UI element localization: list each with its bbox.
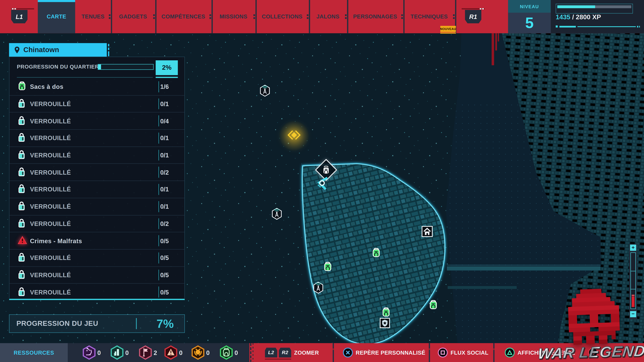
item-label: VERROUILLÉ — [30, 135, 71, 142]
home-base-icon[interactable] — [422, 226, 433, 237]
custom-marker-label: REPÈRE PERSONNALISÉ — [356, 350, 425, 356]
list-item: VERROUILLÉ 0/5 — [10, 249, 184, 266]
xp-divider: / — [572, 13, 574, 21]
backpack-icon — [18, 81, 26, 92]
item-count: 0/1 — [151, 203, 169, 210]
resources-label: RESSOURCES — [0, 343, 68, 362]
lock-icon — [18, 115, 26, 127]
item-label: VERROUILLÉ — [30, 100, 71, 107]
watermark-text: WAR LEGEND — [537, 343, 644, 362]
list-item: VERROUILLÉ 0/5 — [10, 283, 184, 300]
spray-marker-icon[interactable] — [316, 176, 330, 190]
crime-hex-icon — [164, 345, 178, 360]
nouveau-badge-strip — [440, 32, 456, 33]
game-progress-divider — [136, 318, 137, 329]
district-name-tab[interactable]: Chinatown — [9, 43, 107, 57]
lock-icon — [18, 98, 26, 110]
lock-icon — [18, 218, 26, 230]
tab-collections[interactable]: COLLECTIONS — [256, 0, 309, 33]
lock-icon — [18, 201, 26, 213]
level-box: NIVEAU 5 — [508, 0, 551, 33]
list-item: VERROUILLÉ 0/1 — [10, 95, 184, 112]
zoom-track-tick — [631, 271, 636, 271]
backpack-collectible-icon[interactable] — [372, 247, 381, 258]
bridge — [447, 266, 600, 270]
tab-label: JALONS — [316, 13, 340, 20]
item-label: Sacs à dos — [30, 83, 64, 90]
list-item: VERROUILLÉ 0/5 — [10, 266, 184, 283]
resource-landmarks: 2 — [139, 343, 157, 362]
surveillance-tower-icon[interactable] — [313, 282, 324, 294]
bridge-rail — [447, 265, 600, 266]
nav-separator — [212, 0, 212, 33]
nav-separator — [347, 0, 348, 33]
xp-bar — [556, 4, 633, 13]
lock-icon — [18, 269, 26, 281]
zoom-out-button[interactable]: − — [630, 311, 636, 317]
tab-label: MISSIONS — [220, 13, 247, 20]
tab-missions[interactable]: MISSIONS — [212, 0, 256, 33]
district-progress-label: PROGRESSION DU QUARTIER — [17, 64, 99, 70]
resource-count: 0 — [179, 349, 182, 356]
zoom-prompt[interactable]: L2 R2 ZOOMER — [265, 343, 319, 362]
zoom-track[interactable] — [630, 252, 636, 309]
resource-research: 0 — [82, 343, 101, 362]
list-item: VERROUILLÉ 0/2 — [10, 215, 184, 232]
police-station-icon[interactable] — [380, 318, 390, 328]
mission-objective-icon[interactable] — [286, 129, 301, 143]
item-label: VERROUILLÉ — [30, 117, 71, 124]
tab-label: COMPÉTENCES — [162, 13, 205, 20]
tab-carte[interactable]: CARTE — [38, 0, 75, 33]
social-feed-prompt[interactable]: FLUX SOCIAL — [438, 343, 488, 362]
resource-backpacks: 0 — [220, 343, 238, 362]
item-label: Crimes - Malfrats — [30, 237, 82, 244]
nav-separator — [403, 0, 404, 33]
lock-icon — [18, 252, 26, 264]
tab-label: TECHNIQUES — [410, 13, 448, 20]
lock-icon — [18, 149, 26, 161]
tab-personnages[interactable]: PERSONNAGES — [347, 0, 403, 33]
backpack-collectible-icon[interactable] — [323, 261, 332, 272]
item-count: 0/1 — [151, 152, 169, 159]
tab-jalons[interactable]: JALONS — [309, 0, 347, 33]
game-progress-label: PROGRESSION DU JEU — [16, 320, 98, 328]
watermark-drips — [492, 33, 500, 74]
surveillance-tower-icon[interactable] — [260, 85, 270, 97]
r1-bumper-key[interactable]: R1 — [465, 10, 481, 23]
l1-bumper-key[interactable]: L1 — [11, 10, 28, 23]
xp-total: 2800 XP — [576, 13, 601, 21]
tab-tenues[interactable]: TENUES — [75, 0, 111, 33]
social-feed-label: FLUX SOCIAL — [451, 350, 488, 356]
item-count: 0/2 — [151, 220, 169, 227]
backpack-collectible-icon[interactable] — [429, 300, 438, 310]
tab-gadgets[interactable]: GADGETS — [111, 0, 155, 33]
item-count: 0/5 — [151, 254, 169, 261]
location-pin-icon — [14, 46, 20, 54]
list-item: Sacs à dos 1/6 — [10, 78, 184, 95]
item-label: VERROUILLÉ — [30, 152, 71, 159]
zoom-in-button[interactable]: + — [630, 245, 636, 251]
level-label: NIVEAU — [508, 0, 551, 13]
tab-competences[interactable]: COMPÉTENCES — [155, 0, 212, 33]
game-progress-box: PROGRESSION DU JEU 7% — [9, 314, 185, 333]
xp-decor-line — [556, 25, 640, 28]
lock-icon — [18, 286, 26, 298]
cross-button-icon — [343, 348, 353, 358]
nav-separator — [111, 0, 112, 33]
backpack-selected-icon[interactable] — [318, 162, 334, 178]
zoom-level-indicator — [632, 296, 634, 307]
item-count: 0/5 — [151, 237, 169, 244]
custom-marker-prompt[interactable]: REPÈRE PERSONNALISÉ — [343, 343, 425, 362]
xp-current: 1435 — [556, 13, 570, 21]
item-label: VERROUILLÉ — [30, 272, 71, 279]
map-zoom-slider[interactable]: + − — [629, 244, 637, 320]
nav-separator — [155, 0, 156, 33]
district-progress-bar — [98, 64, 154, 70]
backpack-collectible-icon[interactable] — [382, 307, 390, 317]
item-count: 0/2 — [151, 169, 169, 176]
district-progress-badge: 2% — [156, 60, 178, 75]
lock-icon — [18, 166, 26, 178]
surveillance-tower-icon[interactable] — [272, 208, 282, 220]
zoom-track-tick — [631, 289, 636, 289]
item-label: VERROUILLÉ — [30, 289, 71, 296]
